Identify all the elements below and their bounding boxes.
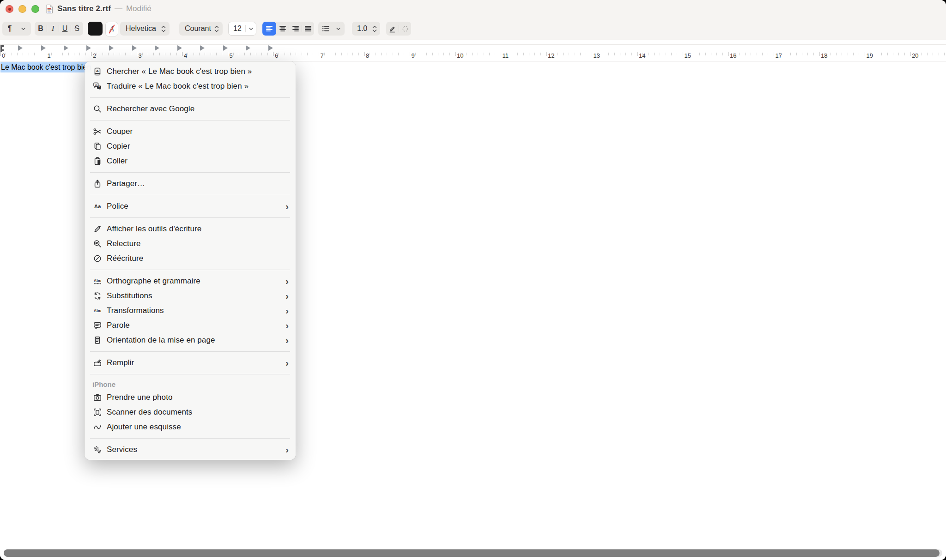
menu-item-coller[interactable]: Coller bbox=[85, 154, 296, 169]
ruler-tick bbox=[313, 53, 313, 55]
close-button[interactable] bbox=[6, 5, 13, 13]
title-bar[interactable]: Sans titre 2.rtf — Modifié bbox=[0, 0, 946, 18]
ruler-tick bbox=[404, 53, 404, 55]
menu-item-label: Police bbox=[107, 202, 285, 211]
menu-item-relecture[interactable]: Relecture bbox=[85, 236, 296, 251]
menu-item-orientation-de-la-mise-en-page[interactable]: Orientation de la mise en page› bbox=[85, 333, 296, 348]
strikethrough-button[interactable]: S bbox=[71, 22, 83, 36]
window-title: Sans titre 2.rtf bbox=[57, 4, 111, 13]
menu-item-traduire-le-mac-book-c-est-trop-bien[interactable]: A*Traduire « Le Mac book c'est trop bien… bbox=[85, 79, 296, 94]
align-left-button[interactable] bbox=[262, 22, 276, 36]
ruler[interactable]: 01234567891011121314151617181920 bbox=[0, 40, 946, 61]
zoom-button[interactable] bbox=[31, 5, 39, 13]
highlight-pen-button[interactable] bbox=[386, 22, 399, 36]
ruler-tick bbox=[182, 52, 182, 56]
menu-item-reecriture[interactable]: Réécriture bbox=[85, 251, 296, 266]
ruler-tick bbox=[478, 53, 478, 55]
list-style-dropdown[interactable] bbox=[318, 22, 345, 36]
align-justify-button[interactable] bbox=[302, 22, 314, 36]
document-text-line[interactable]: Le Mac book c'est trop bien bbox=[0, 62, 91, 72]
text-color-well[interactable] bbox=[88, 22, 103, 36]
menu-item-remplir[interactable]: Remplir› bbox=[85, 355, 296, 370]
paragraph-styles-dropdown[interactable]: ¶ bbox=[2, 22, 31, 36]
menu-item-rechercher-avec-google[interactable]: Rechercher avec Google bbox=[85, 102, 296, 116]
italic-button[interactable]: I bbox=[47, 22, 59, 36]
font-size-dropdown[interactable]: 12 bbox=[228, 22, 256, 36]
clear-format-button[interactable]: A bbox=[105, 22, 118, 36]
ruler-tick bbox=[137, 52, 137, 56]
menu-item-substitutions[interactable]: Substitutions› bbox=[85, 289, 296, 303]
font-style-dropdown[interactable]: Courant bbox=[179, 22, 223, 36]
tab-stop-marker[interactable] bbox=[155, 45, 159, 51]
menu-item-copier[interactable]: Copier bbox=[85, 139, 296, 154]
ruler-tick bbox=[285, 53, 285, 55]
menu-item-prendre-une-photo[interactable]: Prendre une photo bbox=[85, 390, 296, 405]
shape-circle-button[interactable] bbox=[399, 22, 411, 36]
tab-stop-marker[interactable] bbox=[200, 45, 205, 51]
menu-item-parole[interactable]: Parole› bbox=[85, 318, 296, 333]
menu-item-label: Services bbox=[107, 445, 285, 454]
ruler-tick bbox=[307, 53, 308, 55]
ruler-tick bbox=[927, 53, 928, 55]
tab-stop-marker[interactable] bbox=[132, 45, 137, 51]
indent-marker[interactable] bbox=[0, 45, 4, 52]
align-center-button[interactable] bbox=[276, 22, 289, 36]
minimize-button[interactable] bbox=[18, 5, 26, 13]
tab-stop-marker[interactable] bbox=[109, 45, 114, 51]
tab-stop-marker[interactable] bbox=[86, 45, 91, 51]
submenu-arrow-icon: › bbox=[285, 291, 289, 301]
ruler-tick bbox=[330, 53, 330, 55]
underline-button[interactable]: U bbox=[59, 22, 71, 36]
font-family-dropdown[interactable]: Helvetica bbox=[120, 22, 170, 36]
menu-item-ajouter-une-esquisse[interactable]: Ajouter une esquisse bbox=[85, 420, 296, 434]
menu-item-scanner-des-documents[interactable]: Scanner des documents bbox=[85, 405, 296, 420]
ruler-unit-label: 4 bbox=[184, 52, 187, 59]
ruler-tick bbox=[34, 53, 35, 55]
menu-item-afficher-les-outils-d-ecriture[interactable]: Afficher les outils d'écriture bbox=[85, 222, 296, 236]
selected-text[interactable]: Le Mac book c'est trop bien bbox=[0, 62, 91, 72]
ruler-tick bbox=[944, 53, 945, 55]
tab-stop-marker[interactable] bbox=[41, 45, 46, 51]
menu-item-label: Couper bbox=[107, 127, 290, 136]
ruler-tick bbox=[370, 53, 370, 55]
ruler-tick bbox=[302, 53, 302, 55]
bold-button[interactable]: B bbox=[35, 22, 47, 36]
ruler-tick bbox=[421, 53, 421, 55]
line-spacing-stepper[interactable]: 1.0 bbox=[352, 22, 380, 36]
menu-item-label: Traduire « Le Mac book c'est trop bien » bbox=[107, 82, 290, 91]
ruler-tick bbox=[165, 53, 165, 55]
menu-item-police[interactable]: AaPolice› bbox=[85, 199, 296, 214]
alignment-group bbox=[262, 22, 314, 36]
menu-item-services[interactable]: Services› bbox=[85, 442, 296, 457]
tab-stop-marker[interactable] bbox=[18, 45, 23, 51]
align-right-button[interactable] bbox=[289, 22, 302, 36]
ruler-unit-label: 20 bbox=[912, 52, 918, 59]
ruler-tick bbox=[608, 53, 609, 55]
ruler-tick bbox=[848, 53, 848, 55]
horizontal-scrollbar-track[interactable] bbox=[4, 549, 942, 557]
ruler-unit-label: 17 bbox=[776, 52, 782, 59]
tab-stop-marker[interactable] bbox=[246, 45, 250, 51]
ruler-tick bbox=[881, 53, 882, 55]
menu-item-couper[interactable]: Couper bbox=[85, 124, 296, 139]
ruler-tick bbox=[40, 53, 40, 55]
submenu-arrow-icon: › bbox=[285, 358, 289, 367]
ruler-tick bbox=[625, 53, 626, 55]
menu-item-chercher-le-mac-book-c-est-trop-bien[interactable]: AChercher « Le Mac book c'est trop bien … bbox=[85, 64, 296, 79]
tab-stop-marker[interactable] bbox=[64, 45, 68, 51]
tab-stop-marker[interactable] bbox=[268, 45, 273, 51]
tab-stop-marker[interactable] bbox=[177, 45, 182, 51]
ruler-tick bbox=[876, 53, 876, 55]
menu-item-transformations[interactable]: AbcTransformations› bbox=[85, 303, 296, 318]
ruler-tick bbox=[694, 53, 694, 55]
ruler-divider bbox=[0, 44, 946, 45]
menu-item-partager[interactable]: Partager… bbox=[85, 176, 296, 191]
menu-item-label: Rechercher avec Google bbox=[107, 104, 290, 114]
tab-stop-marker[interactable] bbox=[223, 45, 228, 51]
horizontal-scrollbar-thumb[interactable] bbox=[4, 549, 940, 557]
menu-item-orthographe-et-grammaire[interactable]: AbcOrthographe et grammaire› bbox=[85, 274, 296, 289]
ruler-tick bbox=[751, 53, 751, 55]
list-icon bbox=[318, 22, 333, 36]
ruler-tick bbox=[393, 53, 393, 55]
updown-chevron-icon bbox=[369, 22, 380, 36]
